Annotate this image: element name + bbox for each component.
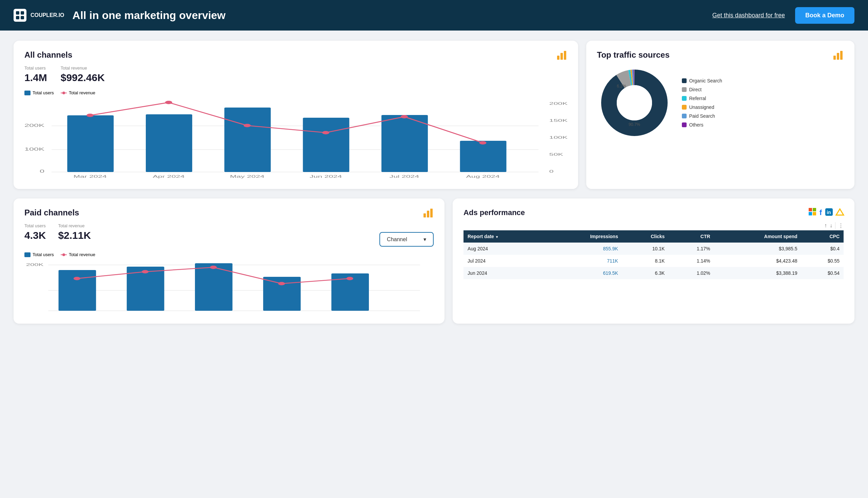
svg-point-21 [244,124,251,127]
paid-legend-revenue: Total revenue [69,252,95,257]
donut-chart: 90.7% 6.2% [597,65,672,140]
all-channels-card: All channels Total users 1.4M Total reve… [14,41,578,189]
ads-platform-icons: f in [809,208,844,218]
legend-users: Total users [24,90,54,95]
google-ads-icon [836,208,844,217]
svg-text:Mar 2024: Mar 2024 [74,174,107,179]
svg-text:Aug 2024: Aug 2024 [466,174,499,179]
legend-others: Others [682,122,722,128]
svg-text:200K: 200K [26,263,44,267]
svg-rect-55 [59,270,96,311]
svg-rect-65 [809,208,812,211]
top-row: All channels Total users 1.4M Total reve… [14,41,854,189]
svg-text:100K: 100K [549,135,567,140]
table-row: Aug 2024 855.9K 10.1K 1.17% $3,985.5 $0.… [464,243,844,255]
microsoft-icon [809,208,816,218]
cell-cpc: $0.54 [802,267,844,279]
all-channels-metrics: Total users 1.4M Total revenue $992.46K [24,65,567,83]
svg-text:May 2024: May 2024 [230,174,265,179]
svg-rect-17 [382,115,428,172]
cell-cpc: $0.55 [802,255,844,267]
ads-table-body: Aug 2024 855.9K 10.1K 1.17% $3,985.5 $0.… [464,243,844,279]
traffic-title: Top traffic sources [597,50,670,60]
svg-point-45 [617,85,652,120]
legend-unassigned: Unassigned [682,104,722,110]
svg-rect-36 [833,56,836,60]
cell-impressions: 855.9K [546,243,622,255]
svg-rect-14 [146,114,192,172]
paid-revenue-label: Total revenue [58,223,91,228]
svg-rect-3 [21,16,24,19]
brand-name: COUPLER.IO [30,12,64,18]
chevron-down-icon: ▾ [424,236,426,243]
all-channels-title: All channels [24,50,72,60]
svg-rect-67 [809,212,812,215]
ads-header: Ads performance f [464,208,844,218]
cell-date: Jun 2024 [464,267,546,279]
col-report-date: Report date ▼ [464,230,546,243]
traffic-chart-area: 90.7% 6.2% Organic Search Direct [597,65,844,140]
table-row: Jun 2024 619.5K 6.3K 1.02% $3,388.19 $0.… [464,267,844,279]
free-dashboard-link[interactable]: Get this dashboard for free [712,12,785,19]
svg-rect-0 [16,11,19,15]
channel-dropdown-label: Channel [387,236,407,243]
col-clicks: Clicks [622,230,669,243]
svg-rect-58 [263,277,301,311]
cell-cpc: $0.4 [802,243,844,255]
svg-marker-71 [836,209,844,215]
svg-text:in: in [827,210,831,215]
col-amount: Amount spend [715,230,802,243]
cell-amount: $4,423.48 [715,255,802,267]
legend-referral: Referral [682,96,722,101]
main-content: All channels Total users 1.4M Total reve… [0,30,868,343]
table-header-row: Report date ▼ Impressions Clicks CTR Amo… [464,230,844,243]
svg-text:0: 0 [40,169,44,173]
legend-paid-search: Paid Search [682,113,722,119]
sort-down-button[interactable]: ↓ [830,223,832,228]
table-menu-button[interactable]: ⋮ [838,223,844,229]
cell-ctr: 1.14% [669,255,714,267]
legend-organic: Organic Search [682,78,722,83]
svg-point-24 [479,141,486,145]
paid-channels-title: Paid channels [24,208,79,218]
svg-rect-49 [427,211,429,218]
chart-legend: Total users Total revenue [24,90,567,95]
cell-ctr: 1.17% [669,243,714,255]
legend-paid-search-label: Paid Search [689,113,715,119]
legend-direct: Direct [682,87,722,92]
svg-rect-38 [840,51,843,60]
legend-revenue-label: Total revenue [69,90,95,95]
svg-rect-4 [557,56,559,60]
svg-text:200K: 200K [549,102,567,105]
channel-dropdown[interactable]: Channel ▾ [379,232,434,247]
paid-chart-icon [424,208,434,220]
svg-rect-5 [560,53,563,60]
cell-ctr: 1.02% [669,267,714,279]
svg-text:6.2%: 6.2% [617,84,626,89]
paid-legend: Total users Total revenue [24,252,434,257]
svg-rect-15 [225,107,271,172]
svg-text:100K: 100K [24,147,44,151]
page-title: All in one marketing overview [72,9,712,22]
svg-rect-1 [21,11,24,15]
linkedin-icon: in [825,208,833,217]
legend-referral-label: Referral [689,96,706,101]
svg-rect-6 [564,51,566,60]
total-revenue-value: $992.46K [61,72,105,83]
all-channels-chart: 0 100K 200K [24,98,567,180]
book-demo-button[interactable]: Book a Demo [795,7,854,24]
paid-revenue-value: $2.11K [58,230,91,241]
sort-up-button[interactable]: ↑ [824,223,827,228]
legend-unassigned-label: Unassigned [689,104,715,110]
svg-point-62 [210,266,217,269]
legend-direct-label: Direct [689,87,702,92]
svg-rect-16 [303,118,349,172]
svg-text:90.7%: 90.7% [628,122,640,127]
paid-chart: 200K [24,260,434,314]
ads-title: Ads performance [464,208,525,217]
paid-channels-card: Paid channels Total users 4.3K [14,198,444,324]
cell-amount: $3,985.5 [715,243,802,255]
svg-rect-37 [837,53,839,60]
paid-revenue-metric: Total revenue $2.11K [58,223,91,241]
svg-rect-68 [813,212,816,215]
